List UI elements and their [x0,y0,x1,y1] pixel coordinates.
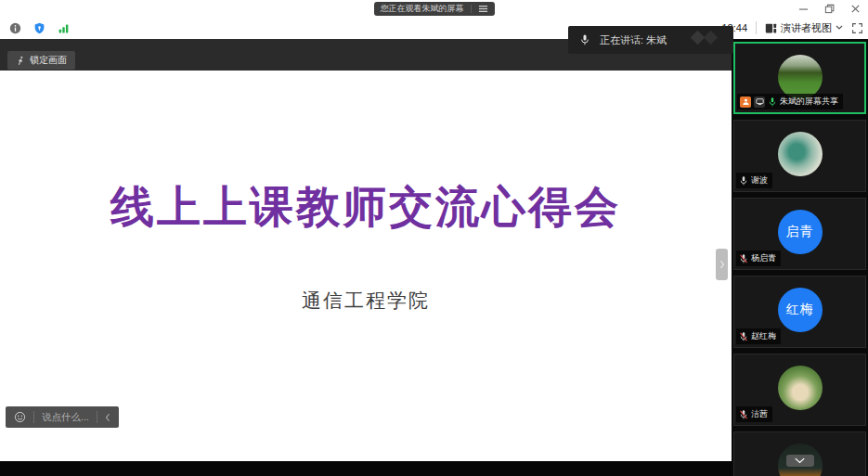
avatar-initials: 红梅 [778,288,823,332]
shared-screen-view: 锁定画面 线上上课教师交流心得会 通信工程学院 说点什么... [0,39,732,461]
toolbar-left-icons [9,17,70,39]
participants-panel: 朱斌的屏幕共享 谢波 启青 杨启青 红梅 [732,39,868,476]
window-controls [797,0,861,17]
emoji-icon[interactable] [14,411,26,423]
participant-name: 杨启青 [751,252,776,264]
participant-tile[interactable]: 启青 杨启青 [733,198,866,270]
participant-tile[interactable]: 谢波 [733,120,866,192]
participant-tile[interactable] [733,431,866,476]
participant-label-bar: 谢波 [736,173,772,188]
mic-on-icon [768,96,777,108]
toolbar: 12:44 演讲者视图 [0,17,868,40]
mic-muted-icon [739,331,748,342]
view-mode-button[interactable]: 演讲者视图 [765,21,843,35]
speaking-toast: 正在讲话: 朱斌 [568,26,733,54]
avatar [778,132,823,176]
chat-input[interactable]: 说点什么... [42,411,89,424]
minimize-button[interactable] [797,3,809,14]
fullscreen-button[interactable] [851,22,863,34]
lock-view-button[interactable]: 锁定画面 [7,51,75,70]
participant-label-bar: 赵红梅 [736,328,781,344]
meeting-window: 您正在观看朱斌的屏幕 [0,0,868,476]
avatar [778,366,823,410]
scroll-down-button[interactable] [786,455,814,467]
avatar-initials: 启青 [778,210,823,254]
panel-collapse-handle[interactable] [716,249,728,280]
participant-label-bar: 朱斌的屏幕共享 [737,94,843,109]
participant-label-bar: 杨启青 [736,251,781,266]
titlebar: 您正在观看朱斌的屏幕 [0,0,868,17]
mic-muted-icon [739,253,748,264]
participant-name: 赵红梅 [751,330,776,342]
participant-name: 谢波 [751,174,768,187]
watch-banner[interactable]: 您正在观看朱斌的屏幕 [374,2,495,16]
chevron-down-icon [836,25,843,31]
mic-muted-icon [739,409,748,420]
participant-tile[interactable]: 洁茜 [733,354,866,426]
shield-icon[interactable] [33,22,45,34]
microphone-icon [579,33,590,46]
restore-button[interactable] [823,3,835,14]
participant-tile[interactable]: 红梅 赵红梅 [733,276,866,348]
participant-tile-screen-share[interactable]: 朱斌的屏幕共享 [733,42,866,114]
slide-title: 线上上课教师交流心得会 [0,178,732,237]
watermark-logo-icon [685,30,728,54]
mic-on-icon [739,175,748,187]
chevron-left-icon[interactable] [105,413,110,422]
divider [756,21,757,34]
info-icon[interactable] [9,22,21,34]
host-badge-icon [740,96,751,108]
watch-banner-label: 您正在观看朱斌的屏幕 [381,3,464,15]
pin-icon [16,56,25,66]
toolbar-right: 12:44 演讲者视图 [721,17,863,39]
close-button[interactable] [849,3,861,14]
divider [97,411,97,423]
menu-icon[interactable] [478,4,488,14]
signal-strength-icon[interactable] [58,22,70,34]
participant-name: 洁茜 [751,408,768,420]
slide-subtitle: 通信工程学院 [0,288,732,314]
lock-view-label: 锁定画面 [30,54,67,67]
layout-view-icon [765,22,777,34]
participant-label-bar: 洁茜 [736,406,772,422]
speaking-label: 正在讲话: 朱斌 [600,33,667,47]
screen-share-icon [754,96,765,108]
view-mode-label: 演讲者视图 [781,21,832,35]
participant-name: 朱斌的屏幕共享 [780,96,838,108]
avatar [778,55,823,99]
divider [471,5,472,13]
divider [33,411,34,423]
chat-quick-bar: 说点什么... [6,406,119,428]
